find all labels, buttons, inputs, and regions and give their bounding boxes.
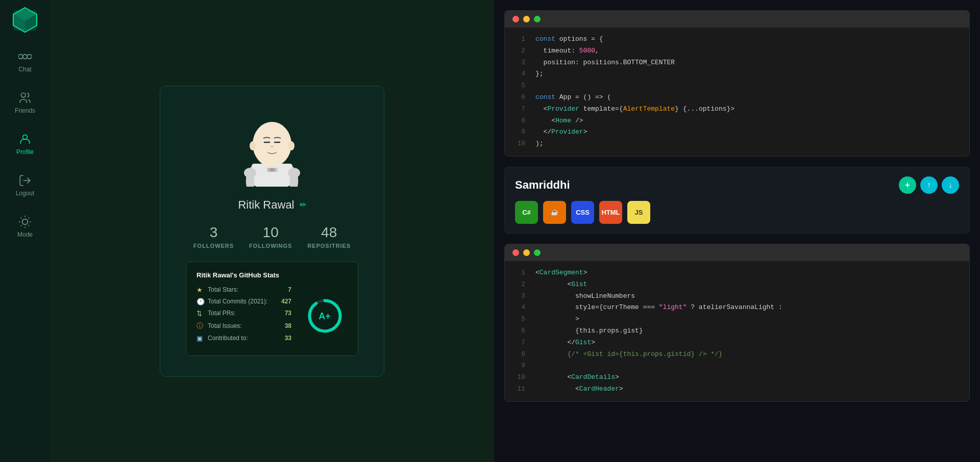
add-button[interactable]: + [899,176,916,194]
svg-point-25 [288,168,300,178]
right-panel: 1 const options = { 2 timeout: 5000, 3 p… [494,0,980,462]
followers-label: FOLLOWERS [193,243,234,249]
code-line: 5 > [505,314,969,325]
css-icon: CSS [571,201,594,224]
tech-icons: C# ☕ CSS HTML JS [515,201,959,224]
code-line: 8 {/* <Gist id={this.props.gistid} /> */… [505,349,969,361]
app-logo [11,5,39,33]
repositories-count: 48 [321,224,337,241]
sidebar-item-friends-label: Friends [15,107,35,114]
code-line: 10 <CardDetails> [505,372,969,383]
code-line: 8 <Home /> [505,115,969,127]
total-issues-label: Total Issues: [208,322,273,329]
svg-point-7 [22,219,28,225]
svg-line-15 [29,218,30,219]
sidebar-item-profile[interactable]: Profile [0,123,50,165]
edit-profile-icon[interactable]: ✏ [300,200,306,210]
repositories-label: REPOSITRIES [307,243,351,249]
total-commits-value: 427 [276,298,291,305]
mode-icon [18,215,32,228]
github-stats: Ritik Rawal's GitHub Stats ★ Total Stars… [186,262,358,356]
dot-green-2 [534,249,541,256]
svg-point-1 [23,55,28,59]
total-stars-row: ★ Total Stars: 7 [197,286,291,294]
logout-icon [18,174,32,187]
dot-green-1 [534,16,541,22]
code-line: 4 style={currTheme === "light" ? atelier… [505,302,969,314]
code-body-2: 1 <CardSegment> 2 <Gist 3 showLineNumber… [505,261,969,401]
code-body-1: 1 const options = { 2 timeout: 5000, 3 p… [505,28,969,156]
svg-rect-27 [270,168,275,171]
username: Ritik Rawal [238,198,294,212]
repositories-stat: 48 REPOSITRIES [307,224,351,249]
github-stats-content: ★ Total Stars: 7 🕐 Total Commits (2021):… [197,286,348,346]
html-icon: HTML [599,201,622,224]
sidebar: Chat Friends Profile Logout [0,0,50,462]
total-stars-value: 7 [276,286,291,293]
prs-icon: ⇅ [197,310,205,317]
code-line: 3 position: positions.BOTTOM_CENTER [505,57,969,69]
up-button[interactable]: ↑ [920,176,938,194]
samriddhi-actions: + ↑ ↓ [899,176,959,194]
svg-point-2 [18,55,23,59]
chat-icon [18,50,32,63]
code-line: 6 const App = () => ( [505,92,969,104]
csharp-icon: C# [515,201,538,224]
svg-line-14 [21,225,22,226]
sidebar-item-chat[interactable]: Chat [0,41,50,82]
profile-icon [18,133,32,146]
issues-icon: ⓘ [197,321,205,330]
code-line: 2 <Gist [505,279,969,291]
contributed-row: ▣ Contributed to: 33 [197,335,291,342]
down-button[interactable]: ↓ [942,176,959,194]
code-line: 7 <Provider template={AlertTemplate} {..… [505,104,969,115]
commits-icon: 🕐 [197,298,205,305]
avatar [236,107,308,188]
samriddhi-section: Samriddhi + ↑ ↓ C# ☕ CSS HTML JS [504,167,970,234]
svg-point-21 [288,141,295,150]
contributed-label: Contributed to: [208,335,273,342]
star-icon: ★ [197,286,205,294]
sidebar-item-profile-label: Profile [16,148,34,156]
svg-point-20 [250,141,256,150]
followers-stat: 3 FOLLOWERS [193,224,234,249]
contributed-icon: ▣ [197,335,205,342]
code-line: 7 </Gist> [505,337,969,349]
grade-circle: A+ [306,297,344,335]
svg-point-5 [23,135,28,139]
sidebar-item-chat-label: Chat [18,66,31,73]
followings-count: 10 [263,224,279,241]
sidebar-item-mode[interactable]: Mode [0,206,50,247]
grade-text: A+ [318,311,331,321]
code-line: 11 <CardHeader> [505,383,969,395]
username-row: Ritik Rawal ✏ [238,198,306,212]
svg-line-10 [21,218,22,219]
sidebar-item-logout[interactable]: Logout [0,165,50,206]
profile-card: Ritik Rawal ✏ 3 FOLLOWERS 10 FOLLOWINGS … [160,86,384,377]
sidebar-item-friends[interactable]: Friends [0,82,50,123]
dot-red-1 [512,16,519,22]
code-line: 1 const options = { [505,34,969,45]
total-issues-row: ⓘ Total Issues: 38 [197,321,291,330]
svg-point-3 [27,55,32,59]
code-line: 2 timeout: 5000, [505,45,969,57]
followings-stat: 10 FOLLOWINGS [249,224,292,249]
samriddhi-header: Samriddhi + ↑ ↓ [515,176,959,194]
code-window-1: 1 const options = { 2 timeout: 5000, 3 p… [504,10,970,157]
js-icon: JS [627,201,650,224]
code-titlebar-2 [505,244,969,261]
followings-label: FOLLOWINGS [249,243,292,249]
dot-yellow-2 [523,249,530,256]
svg-point-24 [244,168,256,178]
total-stars-label: Total Stars: [208,286,273,293]
code-window-2: 1 <CardSegment> 2 <Gist 3 showLineNumber… [504,244,970,402]
total-issues-value: 38 [276,322,291,329]
total-prs-label: Total PRs: [208,310,273,317]
svg-point-4 [21,93,26,97]
sidebar-item-logout-label: Logout [16,190,35,197]
code-line: 4 }; [505,68,969,80]
code-line: 9 </Provider> [505,126,969,138]
code-line: 5 [505,80,969,92]
stats-list: ★ Total Stars: 7 🕐 Total Commits (2021):… [197,286,291,346]
sidebar-item-mode-label: Mode [17,231,33,238]
